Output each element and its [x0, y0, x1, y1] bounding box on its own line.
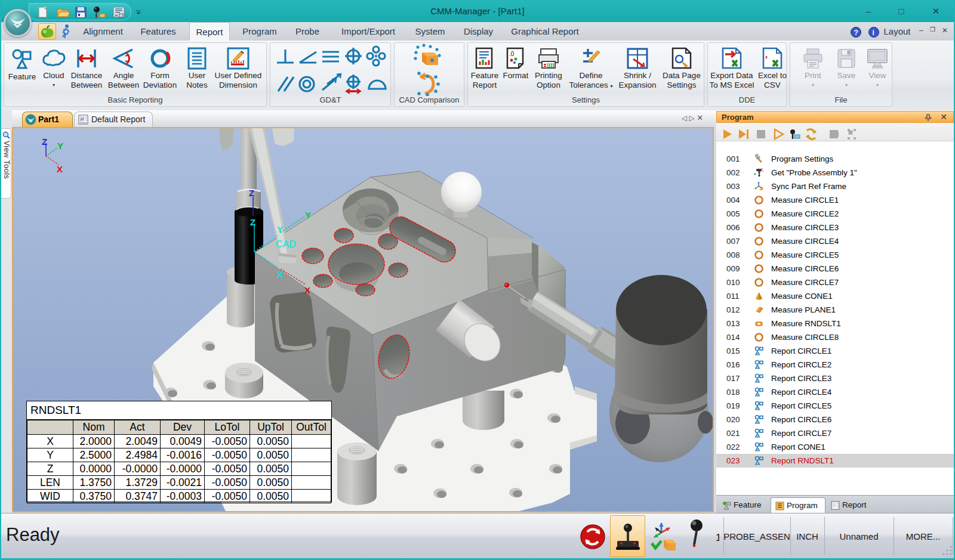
svg-text:X: X	[277, 270, 283, 280]
svg-text:i: i	[873, 29, 874, 37]
svg-text:Y: Y	[57, 141, 63, 151]
svg-text:CAD: CAD	[276, 239, 296, 249]
svg-text:Z: Z	[249, 188, 254, 198]
svg-text:X: X	[304, 285, 310, 295]
svg-text:Z: Z	[42, 137, 47, 147]
svg-text:Y: Y	[277, 224, 283, 234]
svg-text:Y: Y	[305, 210, 311, 220]
svg-text:,: ,	[765, 49, 768, 60]
svg-text:X: X	[57, 164, 63, 174]
svg-text:.0: .0	[509, 51, 515, 57]
svg-text:?: ?	[854, 29, 858, 37]
svg-text:Z: Z	[250, 217, 255, 227]
svg-text:1: 1	[716, 532, 719, 543]
